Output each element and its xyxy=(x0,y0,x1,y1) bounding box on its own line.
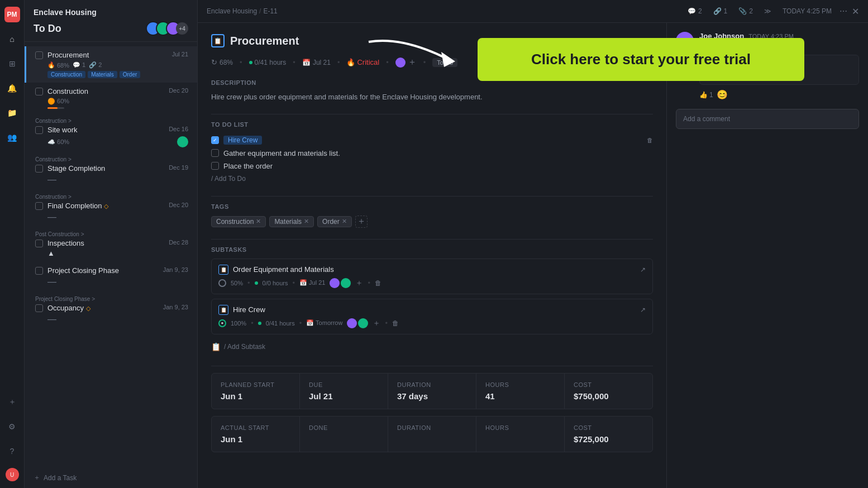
description-text: Hire crew plus order equipment and mater… xyxy=(211,92,653,103)
stat-actual-cost: COST $725,000 xyxy=(565,417,652,452)
thumbs-up-button[interactable]: 👍 1 xyxy=(699,91,713,99)
detail-right: JJ Joe Johnson TODAY 4:23 PM Here is the… xyxy=(667,23,868,488)
subtask-sep4: • xyxy=(251,319,254,327)
tag-label-materials: Materials xyxy=(274,218,302,226)
section-label-closing: Project Closing Phase > xyxy=(35,296,188,302)
todo-checkbox-gather[interactable] xyxy=(211,149,219,157)
task-item-site-work[interactable]: Construction > Site work Dec 16 ☁️ 60% xyxy=(25,113,197,152)
task-item-stage-completion[interactable]: Construction > Stage Completion Dec 19 — xyxy=(25,152,197,189)
stat-due: DUE Jul 21 xyxy=(300,374,388,409)
comments-button[interactable]: 💬 2 xyxy=(684,6,705,17)
stat-planned-start-label: PLANNED START xyxy=(221,381,290,388)
task-item-procurement[interactable]: Procurement Jul 21 🔥 68% 💬 1 🔗 2 Constru… xyxy=(25,46,197,83)
subtask-sep1: • xyxy=(247,279,250,287)
todo-checkbox-place-order[interactable] xyxy=(211,162,219,170)
people-icon[interactable]: 👥 xyxy=(4,130,20,145)
meta-add-assignee[interactable]: ＋ xyxy=(408,56,417,68)
todo-text-place-order: Place the order xyxy=(223,162,273,170)
subtask-add-assignee-order[interactable]: ＋ xyxy=(355,278,363,288)
add-subtask-icon: 📋 xyxy=(211,342,221,351)
thumbs-up-count: 1 xyxy=(709,91,713,99)
subtask-delete-hire[interactable]: 🗑 xyxy=(392,319,399,327)
add-task-button[interactable]: ＋ Add a Task xyxy=(25,467,197,488)
cta-banner[interactable]: Click here to start your free trial xyxy=(478,38,804,81)
dashboard-icon[interactable]: ⊞ xyxy=(4,56,20,71)
subtask-avatar2-order xyxy=(341,278,351,288)
task-checkbox-construction[interactable] xyxy=(35,88,43,95)
task-date-construction: Dec 20 xyxy=(169,87,188,94)
settings-icon[interactable]: ⚙ xyxy=(4,419,20,434)
breadcrumb-project[interactable]: Enclave Housing xyxy=(207,7,257,15)
home-icon[interactable]: ⌂ xyxy=(4,31,20,47)
divider-2 xyxy=(211,196,653,197)
task-item-construction[interactable]: Construction Dec 20 🟠 60% xyxy=(25,83,197,113)
task-item-occupancy[interactable]: Project Closing Phase > Occupancy ◇ Jan … xyxy=(25,291,197,329)
task-progress-construction: 🟠 60% xyxy=(47,98,69,105)
bell-icon[interactable]: 🔔 xyxy=(4,80,20,96)
task-checkbox-procurement[interactable] xyxy=(35,51,43,59)
task-checkbox-stage-completion[interactable] xyxy=(35,165,43,173)
todo-delete-hire-crew[interactable]: 🗑 xyxy=(647,137,653,143)
meta-hours: 0/41 hours xyxy=(249,59,287,66)
subtask-link-order-equipment[interactable]: ↗ xyxy=(640,266,646,274)
task-checkbox-final-completion[interactable] xyxy=(35,202,43,210)
task-name-construction: Construction xyxy=(47,87,164,95)
subtask-delete-order[interactable]: 🗑 xyxy=(375,279,381,287)
detail-left: 📋 Procurement ↻ 68% • 0/41 hours • 📅 Jul… xyxy=(198,23,667,488)
stat-planned-start-value: Jun 1 xyxy=(221,391,290,401)
add-subtask-button[interactable]: 📋 / Add Subtask xyxy=(211,339,653,355)
add-project-icon[interactable]: ＋ xyxy=(4,394,20,410)
todo-item-hire-crew: ✓ Hire Crew 🗑 xyxy=(211,133,653,147)
attachments-button[interactable]: 📎 2 xyxy=(735,6,756,17)
task-date-final-completion: Dec 20 xyxy=(169,202,188,208)
tag-remove-materials[interactable]: ✕ xyxy=(304,218,309,225)
task-checkbox-occupancy[interactable] xyxy=(35,304,43,312)
tag-item-construction: Construction ✕ xyxy=(211,216,266,227)
section-label-construction1: Construction > xyxy=(35,118,188,124)
stat-actual-start-value: Jun 1 xyxy=(221,434,290,444)
top-bar: Enclave Housing / E-11 💬 2 🔗 1 📎 2 ≫ TOD… xyxy=(198,0,868,23)
close-button[interactable]: ✕ xyxy=(852,6,859,17)
help-icon[interactable]: ? xyxy=(4,443,20,459)
links-button[interactable]: 🔗 1 xyxy=(710,6,731,17)
tag-remove-order[interactable]: ✕ xyxy=(342,218,347,225)
add-todo-button[interactable]: / Add To Do xyxy=(211,173,653,185)
task-checkbox-inspections[interactable] xyxy=(35,240,43,247)
stat-duration-value: 37 days xyxy=(397,391,467,401)
stat-actual-cost-label: COST xyxy=(574,424,643,431)
column-title: To Do xyxy=(34,23,61,35)
expand-button[interactable]: ≫ xyxy=(761,6,775,17)
hire-crew-badge: Hire Crew xyxy=(223,136,262,145)
user-avatar[interactable]: U xyxy=(6,468,19,481)
folder-icon[interactable]: 📁 xyxy=(4,105,20,121)
subtask-avatar1-hire xyxy=(347,318,357,328)
subtasks-section: SUBTASKS 📋 Order Equipment and Materials… xyxy=(211,246,653,355)
tag-add-button[interactable]: ＋ xyxy=(355,216,368,228)
stat-cost: COST $750,000 xyxy=(565,374,652,409)
task-checkbox-project-closing[interactable] xyxy=(35,267,43,275)
subtask-add-assignee-hire[interactable]: ＋ xyxy=(373,318,380,328)
comment-input[interactable]: Add a comment xyxy=(676,109,859,129)
breadcrumb-sep: / xyxy=(259,7,261,15)
meta-status[interactable]: To Do xyxy=(432,58,457,67)
divider-3 xyxy=(211,239,653,240)
todo-item-gather: Gather equipment and materials list. xyxy=(211,147,653,160)
task-checkbox-site-work[interactable] xyxy=(35,126,43,134)
task-item-final-completion[interactable]: Construction > Final Completion ◇ Dec 20… xyxy=(25,189,197,227)
tag-remove-construction[interactable]: ✕ xyxy=(256,218,261,225)
more-options-button[interactable]: ⋯ xyxy=(840,7,847,16)
app-logo: PM xyxy=(4,7,20,22)
task-item-inspections[interactable]: Post Construction > Inspections Dec 28 ▲ xyxy=(25,227,197,262)
subtask-hours-hire: 0/41 hours xyxy=(266,320,295,327)
diamond-icon-final: ◇ xyxy=(104,203,108,209)
meta-sep2: • xyxy=(293,58,295,66)
subtask-link-hire-crew[interactable]: ↗ xyxy=(640,306,646,314)
stat-hours: HOURS 41 xyxy=(476,374,564,409)
todo-checkbox-hire-crew[interactable]: ✓ xyxy=(211,136,219,144)
stat-hours-label: HOURS xyxy=(485,381,555,388)
add-reaction-button[interactable]: 😊 xyxy=(717,89,728,100)
subtask-circle-order xyxy=(218,279,226,287)
task-item-project-closing[interactable]: Project Closing Phase Jan 9, 23 — xyxy=(25,262,197,291)
progress-bar-construction xyxy=(47,107,64,109)
add-subtask-label: / Add Subtask xyxy=(224,343,265,351)
